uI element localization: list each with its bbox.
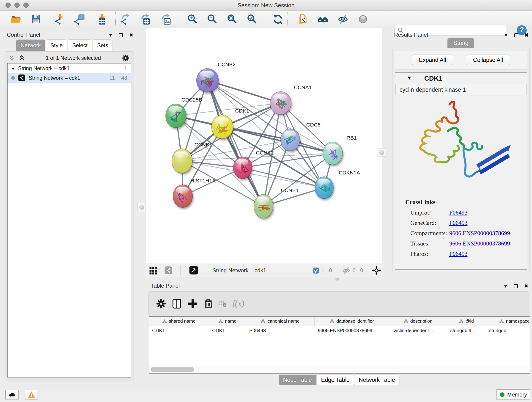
network-edge-CCNB2-CCNA1[interactable] xyxy=(207,80,280,103)
network-node-HIST1H1A[interactable]: HIST1H1A xyxy=(173,178,216,208)
tab-string[interactable]: String xyxy=(447,38,474,48)
collapse-all-icon[interactable] xyxy=(8,55,15,61)
network-node-CCNB1[interactable]: CCNB1 xyxy=(172,142,212,173)
network-graph[interactable]: CCNB2CCNA1CDC25BCDK1CDC6RB1CCNB1CCNA2CDK… xyxy=(146,28,382,264)
tab-edge-table[interactable]: Edge Table xyxy=(317,375,354,385)
cloud-status-button[interactable] xyxy=(5,390,19,400)
table-cell[interactable]: P06493 xyxy=(246,326,315,335)
delete-column-icon[interactable] xyxy=(203,298,214,309)
add-column-icon[interactable] xyxy=(187,298,198,309)
network-node-CDKN1A[interactable]: CDKN1A xyxy=(315,170,360,199)
network-options-gear-icon[interactable] xyxy=(122,54,130,62)
tab-network[interactable]: Network xyxy=(16,39,45,51)
scrollbar-thumb[interactable] xyxy=(151,367,194,372)
detach-view-icon[interactable] xyxy=(189,266,199,275)
crosslink-link[interactable]: P06493 xyxy=(449,220,467,226)
panel-menu-icon[interactable] xyxy=(503,284,508,289)
refresh-button[interactable] xyxy=(272,14,283,25)
panel-menu-icon[interactable] xyxy=(108,33,113,38)
table-header-row: shared namenamecanonical namedatabase id… xyxy=(149,317,530,326)
crosslink-link[interactable]: P06493 xyxy=(449,209,467,216)
column-header-shared-name[interactable]: shared name xyxy=(149,317,209,326)
network-node-RB1[interactable]: RB1 xyxy=(323,135,357,165)
table-cell[interactable]: CDK1 xyxy=(149,326,209,335)
bottom-splitter-handle[interactable] xyxy=(336,278,340,281)
float-panel-icon[interactable] xyxy=(514,33,518,37)
protein-description: cyclin-dependent kinase 1 xyxy=(395,84,526,95)
table-row[interactable]: CDK1CDK1P064939606.ENSP00000378699cyclin… xyxy=(149,326,530,335)
save-session-button[interactable] xyxy=(31,14,42,25)
tab-sets[interactable]: Sets xyxy=(93,39,113,51)
table-cell[interactable]: cyclin-dependent ... xyxy=(389,326,447,335)
crosslink-link[interactable]: 9606.ENSP00000378699 xyxy=(449,230,510,237)
collapse-all-button[interactable]: Collapse All xyxy=(466,55,510,65)
crosslink-link[interactable]: 9606.ENSP00000378699 xyxy=(449,240,510,247)
crosslink-row: Pharos:P06493 xyxy=(405,250,527,257)
column-header--id[interactable]: @id xyxy=(447,317,486,326)
network-view-canvas[interactable]: CCNB2CCNA1CDC25BCDK1CDC6RB1CCNB1CCNA2CDK… xyxy=(146,28,382,264)
tab-network-table[interactable]: Network Table xyxy=(354,375,399,385)
tab-style[interactable]: Style xyxy=(46,39,67,51)
float-panel-icon[interactable] xyxy=(119,33,123,37)
import-network-file-button[interactable] xyxy=(54,14,65,25)
panel-menu-icon[interactable] xyxy=(504,33,508,38)
export-image-button[interactable] xyxy=(160,14,171,25)
table-cell[interactable]: stringdb xyxy=(486,326,530,335)
crosslink-row: Compartments:9606.ENSP00000378699 xyxy=(405,230,527,237)
left-splitter-handle[interactable] xyxy=(138,203,146,211)
node-gloss-highlight xyxy=(215,117,229,124)
tab-node-table[interactable]: Node Table xyxy=(278,375,317,385)
string-document-icon[interactable] xyxy=(297,14,307,25)
network-collection-row[interactable]: String Network – cdk1 1 xyxy=(7,64,131,73)
node-table: shared namenamecanonical namedatabase id… xyxy=(149,316,530,373)
table-cell[interactable]: 9606.ENSP00000378699 xyxy=(315,326,389,335)
control-panel-tabs: NetworkStyleSelectSets xyxy=(16,39,113,51)
network-node-CDC25B[interactable]: CDC25B xyxy=(166,97,202,128)
open-file-button[interactable] xyxy=(11,14,22,25)
export-network-button[interactable] xyxy=(120,14,131,25)
memory-button[interactable]: Memory xyxy=(496,389,530,400)
column-header-canonical-name[interactable]: canonical name xyxy=(246,317,315,326)
column-header-namespace[interactable]: namespace xyxy=(486,317,530,326)
warnings-button[interactable] xyxy=(25,390,38,400)
table-cell[interactable]: stringdb:9... xyxy=(447,326,486,335)
home-icon[interactable] xyxy=(317,14,328,25)
table-panel: Table Panel f(x) shared namenamecanonica… xyxy=(146,281,532,386)
selected-checkbox-icon[interactable] xyxy=(313,268,319,274)
network-node-CCNA1[interactable]: CCNA1 xyxy=(270,84,312,114)
show-columns-icon[interactable] xyxy=(171,298,182,309)
table-options-gear-icon[interactable] xyxy=(156,298,167,309)
column-header-database-identifier[interactable]: database identifier xyxy=(315,317,389,326)
table-cell[interactable]: CDK1 xyxy=(209,326,246,335)
import-table-button[interactable] xyxy=(96,14,107,25)
import-network-database-button[interactable] xyxy=(74,14,85,25)
close-panel-icon[interactable] xyxy=(129,32,133,38)
zoom-selected-button[interactable] xyxy=(247,14,258,25)
crosslink-link[interactable]: P06493 xyxy=(449,250,467,257)
float-panel-icon[interactable] xyxy=(514,284,518,288)
network-view-toolbar: String Network – cdk1 1 - 0 0 - 0 xyxy=(146,264,382,277)
protein-section-collapse-icon[interactable] xyxy=(407,76,412,81)
network-edge-CCNB2-CCNE1[interactable] xyxy=(207,80,264,206)
zoom-in-button[interactable] xyxy=(187,14,198,25)
column-header-description[interactable]: description xyxy=(389,317,447,326)
collection-expand-icon[interactable] xyxy=(11,65,15,71)
zoom-out-button[interactable] xyxy=(207,14,218,25)
show-results-icon[interactable] xyxy=(357,14,368,25)
close-panel-icon[interactable] xyxy=(524,283,528,289)
network-overview-icon[interactable] xyxy=(164,266,173,275)
fit-selected-crosshair-icon[interactable] xyxy=(371,265,381,275)
close-panel-icon[interactable] xyxy=(525,32,529,38)
hidden-elements-icon xyxy=(342,266,351,275)
grid-view-icon[interactable] xyxy=(149,266,158,275)
tab-select[interactable]: Select xyxy=(68,39,92,51)
hide-results-icon[interactable] xyxy=(337,14,348,25)
zoom-fit-content-button[interactable] xyxy=(227,14,238,25)
expand-all-icon[interactable] xyxy=(19,55,25,61)
right-splitter-handle[interactable] xyxy=(378,148,386,157)
expand-all-button[interactable]: Expand All xyxy=(412,55,453,65)
horizontal-scrollbar[interactable] xyxy=(149,366,530,373)
network-row-selected[interactable]: String Network – cdk1 11 48 xyxy=(7,73,131,83)
export-table-button[interactable] xyxy=(140,14,151,25)
column-header-name[interactable]: name xyxy=(209,317,246,326)
